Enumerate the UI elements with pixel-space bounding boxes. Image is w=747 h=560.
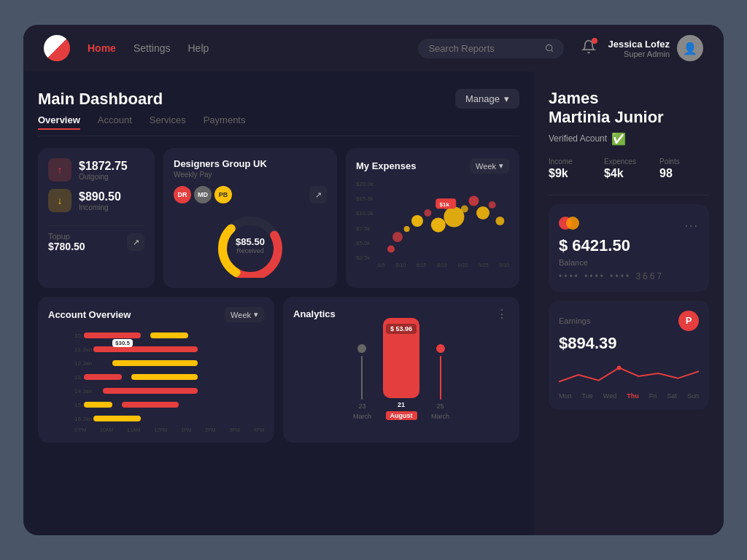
svg-point-15	[476, 206, 489, 219]
svg-point-16	[489, 201, 496, 209]
outgoing-value: $1872.75	[79, 160, 128, 173]
week-dropdown[interactable]: Week ▾	[470, 158, 509, 174]
day-fri: Fri	[649, 392, 657, 400]
group-title: Designers Group UK	[174, 158, 327, 169]
tab-overview[interactable]: Overview	[38, 114, 80, 130]
analytics-card: Analytics ⋮ 23 March	[283, 297, 519, 443]
page-title: Main Dashboard	[38, 90, 163, 109]
analytics-menu-button[interactable]: ⋮	[496, 307, 509, 321]
outgoing-icon: ↑	[48, 158, 71, 182]
expenses-title: My Expenses	[356, 160, 416, 171]
expenses-chart: $20.0k $15.0k $10.0k $7.5k $5.0k $2.5k	[356, 181, 509, 261]
outgoing-label: Outgoing	[79, 173, 128, 181]
search-input[interactable]	[428, 43, 539, 54]
stat-card: ↑ $1872.75 Outgoing ↓ $890.50 Incoming	[38, 148, 155, 288]
verified-icon: ✅	[611, 132, 626, 146]
group-subtitle: Weekly Pay	[174, 171, 327, 179]
card-menu-button[interactable]: ...	[685, 217, 699, 230]
nav-help[interactable]: Help	[188, 42, 209, 54]
left-panel: Main Dashboard Manage ▾ Overview Account…	[23, 71, 534, 535]
earnings-header: Earnings P	[559, 311, 699, 331]
header: Home Settings Help Jessica Lofez Super A…	[23, 25, 724, 71]
tab-payments[interactable]: Payments	[204, 114, 246, 130]
card-balance-header: ...	[559, 214, 699, 232]
analytics-title: Analytics	[293, 308, 336, 319]
incoming-icon: ↓	[48, 189, 71, 212]
earnings-section: Earnings P $894.39 Mon Tue Wed Thu Fri	[549, 300, 709, 410]
verified-row: Verified Acount ✅	[549, 132, 709, 146]
svg-point-8	[411, 215, 423, 227]
expenses-header: My Expenses Week ▾	[356, 158, 509, 174]
search-bar[interactable]	[418, 39, 564, 58]
card-number: •••• •••• •••• 3667	[559, 271, 699, 281]
paypal-icon: P	[678, 311, 699, 331]
manage-button[interactable]: Manage ▾	[455, 89, 519, 109]
income-value: $9k	[549, 167, 598, 180]
group-card: Designers Group UK Weekly Pay DR MD PB ↗	[163, 148, 337, 288]
topup-label: Topup	[48, 232, 85, 241]
day-sat: Sat	[667, 392, 677, 400]
card-section: ... $ 6421.50 Balance •••• •••• •••• 366…	[549, 204, 709, 292]
account-overview-header: Account Overview Week ▾	[48, 307, 264, 322]
analytics-chart: 23 March $ 53.96 21 August	[293, 328, 509, 423]
y-axis: $20.0k $15.0k $10.0k $7.5k $5.0k $2.5k	[356, 181, 374, 261]
x-axis: 8/5 8/10 8/15 8/19 8/22 9/05 9/10	[356, 262, 509, 268]
main-content: Main Dashboard Manage ▾ Overview Account…	[23, 71, 724, 535]
account-overview-chart: 10 Jan 11 Jan	[48, 330, 264, 424]
dashboard-header: Main Dashboard Manage ▾	[38, 89, 519, 109]
nav-home[interactable]: Home	[88, 42, 116, 54]
donut-text: $85.50 Received	[236, 236, 265, 254]
mastercard-icon	[559, 214, 585, 232]
day-wed: Wed	[603, 392, 616, 400]
expenses-card: My Expenses Week ▾ $20.0k $15.0k $10.0k …	[346, 148, 519, 288]
expenses-value: $4k	[604, 167, 654, 180]
svg-point-17	[495, 217, 504, 225]
svg-point-5	[387, 246, 395, 253]
account-overview-card: Account Overview Week ▾ 10 Jan	[38, 297, 274, 443]
svg-point-10	[431, 218, 446, 233]
user-name: Jessica Lofez	[608, 39, 670, 50]
profile-name: JamesMartinia Junior	[549, 89, 709, 128]
svg-point-13	[461, 206, 468, 213]
earnings-chart	[559, 360, 699, 389]
topup-arrow-button[interactable]: ↗	[127, 233, 144, 251]
svg-line-1	[551, 50, 553, 51]
day-thu: Thu	[627, 392, 639, 400]
day-tue: Tue	[582, 392, 593, 400]
svg-point-9	[424, 209, 431, 217]
incoming-stat: ↓ $890.50 Incoming	[48, 189, 144, 212]
tab-account[interactable]: Account	[98, 114, 132, 130]
expenses-label: Expences	[604, 158, 654, 166]
bell-icon[interactable]	[581, 39, 596, 58]
svg-point-0	[546, 44, 552, 50]
chart-days: Mon Tue Wed Thu Fri Sat Sun	[559, 392, 699, 400]
user-info: Jessica Lofez Super Admin 👤	[608, 35, 703, 61]
analytics-price-tag: $ 53.96	[386, 324, 417, 334]
bottom-cards-row: Account Overview Week ▾ 10 Jan	[38, 297, 519, 443]
earnings-label: Earnings	[559, 316, 590, 325]
svg-point-14	[468, 196, 479, 206]
search-icon	[545, 43, 554, 53]
tabs: Overview Account Services Payments	[38, 114, 519, 136]
account-week-dropdown[interactable]: Week ▾	[225, 307, 264, 322]
svg-point-7	[404, 226, 410, 232]
donut-chart: $85.50 Received	[174, 212, 327, 278]
svg-text:$1k: $1k	[440, 201, 450, 208]
account-x-axis: 6 PM 10AM 11AM 12PM 1PM 2PM 3PM 4PM	[48, 427, 264, 432]
dashboard-container: Home Settings Help Jessica Lofez Super A…	[23, 25, 724, 535]
svg-point-20	[617, 365, 622, 370]
group-arrow-button[interactable]: ↗	[309, 186, 327, 203]
right-panel: JamesMartinia Junior Verified Acount ✅ I…	[534, 71, 724, 535]
incoming-value: $890.50	[79, 190, 121, 203]
user-text: Jessica Lofez Super Admin	[608, 39, 670, 58]
user-role: Super Admin	[608, 50, 670, 58]
bell-badge	[592, 38, 597, 44]
divider-1	[549, 195, 709, 195]
topup-row: Topup $780.50 ↗	[48, 225, 144, 252]
nav-settings[interactable]: Settings	[133, 42, 171, 54]
tab-services[interactable]: Services	[150, 114, 186, 130]
day-mon: Mon	[559, 392, 572, 400]
day-sun: Sun	[687, 392, 699, 400]
avatar-dr: DR	[174, 186, 191, 203]
svg-point-6	[392, 232, 403, 242]
